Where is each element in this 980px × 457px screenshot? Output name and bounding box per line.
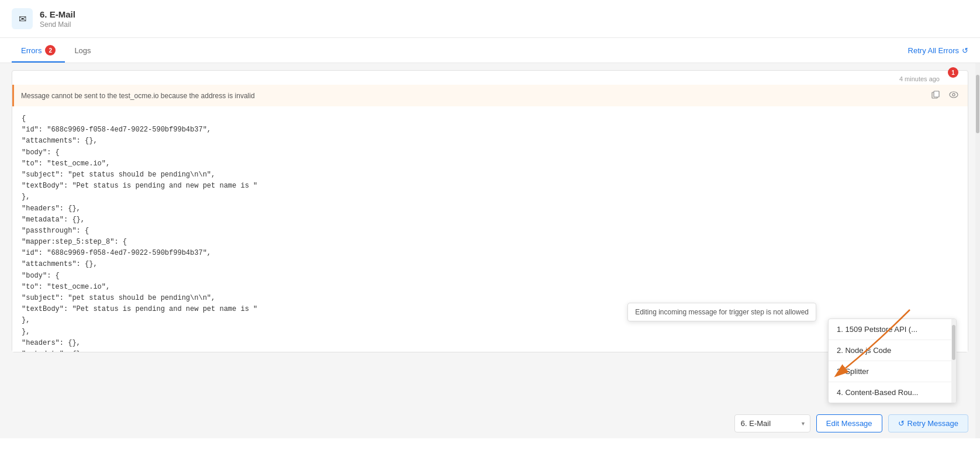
page-title: 6. E-Mail — [40, 9, 75, 19]
json-line: }, — [22, 192, 958, 203]
eye-icon — [949, 91, 958, 99]
json-line: "mapper:step_5:step_8": { — [22, 237, 958, 248]
copy-icon — [931, 91, 940, 99]
json-line: "headers": {}, — [22, 338, 958, 349]
json-line: "metadata": {}, — [22, 214, 958, 226]
json-line: "subject": "pet status should be pending… — [22, 293, 958, 304]
json-line: "to": "test_ocme.io", — [22, 282, 958, 293]
json-content-area: { "id": "688c9969-f058-4ed7-9022-590bf99… — [12, 106, 968, 352]
json-line: "subject": "pet status should be pending… — [22, 169, 958, 181]
retry-message-label: Retry Message — [907, 419, 958, 428]
json-line: "metadata": {} — [22, 349, 958, 352]
json-line: "id": "688c9969-f058-4ed7-9022-590bf99b4… — [22, 248, 958, 259]
tabs-bar: Errors 2 Logs Retry All Errors ↺ — [0, 38, 980, 63]
dropdown-item[interactable]: 3. Splitter — [829, 361, 956, 382]
step-select-wrapper: 6. E-Mail — [734, 414, 810, 432]
main-scrollbar[interactable] — [975, 63, 980, 438]
tab-logs[interactable]: Logs — [65, 39, 100, 62]
main-content: 1 4 minutes ago Message cannot be sent t… — [0, 63, 980, 438]
error-card: 1 4 minutes ago Message cannot be sent t… — [12, 70, 968, 352]
svg-point-2 — [950, 92, 958, 98]
eye-icon-button[interactable] — [947, 89, 961, 102]
bottom-action-bar: 6. E-Mail Edit Message ↺ Retry Message — [0, 408, 980, 438]
json-line: "id": "688c9969-f058-4ed7-9022-590bf99b4… — [22, 124, 958, 136]
timestamp-bar: 1 4 minutes ago — [12, 71, 968, 85]
module-icon: ✉ — [12, 8, 33, 29]
json-line: "attachments": {}, — [22, 136, 958, 147]
step-select[interactable]: 6. E-Mail — [734, 414, 810, 432]
header: ✉ 6. E-Mail Send Mail — [0, 0, 980, 38]
svg-point-3 — [953, 94, 955, 96]
tooltip-box: Editing incoming message for trigger ste… — [627, 303, 816, 321]
retry-all-errors-button[interactable]: Retry All Errors ↺ — [908, 41, 968, 60]
timestamp-text: 4 minutes ago — [899, 75, 940, 82]
page-subtitle: Send Mail — [40, 20, 75, 29]
dropdown-item[interactable]: 4. Content-Based Rou... — [829, 382, 956, 403]
json-line: "attachments": {}, — [22, 259, 958, 270]
dropdown-item[interactable]: 2. Node.js Code — [829, 340, 956, 361]
copy-icon-button[interactable] — [929, 89, 942, 102]
json-line: "textBody": "Pet status is pending and n… — [22, 304, 958, 315]
json-line: "body": { — [22, 147, 958, 158]
tab-errors[interactable]: Errors 2 — [12, 38, 65, 63]
errors-badge: 2 — [45, 45, 56, 56]
json-line: { — [22, 113, 958, 124]
json-line: "headers": {}, — [22, 203, 958, 214]
retry-all-icon: ↺ — [962, 46, 968, 55]
retry-message-button[interactable]: ↺ Retry Message — [888, 414, 968, 432]
dropdown-item[interactable]: 1. 1509 Petstore API (... — [829, 319, 956, 340]
header-text: 6. E-Mail Send Mail — [40, 9, 75, 29]
error-message-bar: Message cannot be sent to the test_ocme.… — [12, 85, 968, 106]
error-actions — [929, 89, 961, 102]
json-line: "textBody": "Pet status is pending and n… — [22, 181, 958, 192]
retry-message-icon: ↺ — [898, 419, 905, 428]
error-message-text: Message cannot be sent to the test_ocme.… — [21, 92, 255, 100]
step-dropdown-overlay: 1. 1509 Petstore API (...2. Node.js Code… — [828, 318, 957, 403]
scrollbar-thumb — [976, 75, 979, 133]
svg-rect-1 — [934, 91, 939, 97]
json-line: "to": "test_ocme.io", — [22, 158, 958, 169]
error-count-badge: 1 — [948, 67, 958, 78]
json-line: "passthrough": { — [22, 226, 958, 237]
json-line: "body": { — [22, 271, 958, 282]
step-list: 1. 1509 Petstore API (...2. Node.js Code… — [829, 319, 956, 403]
json-line: }, — [22, 315, 958, 326]
json-line: }, — [22, 327, 958, 338]
edit-message-button[interactable]: Edit Message — [816, 414, 882, 432]
